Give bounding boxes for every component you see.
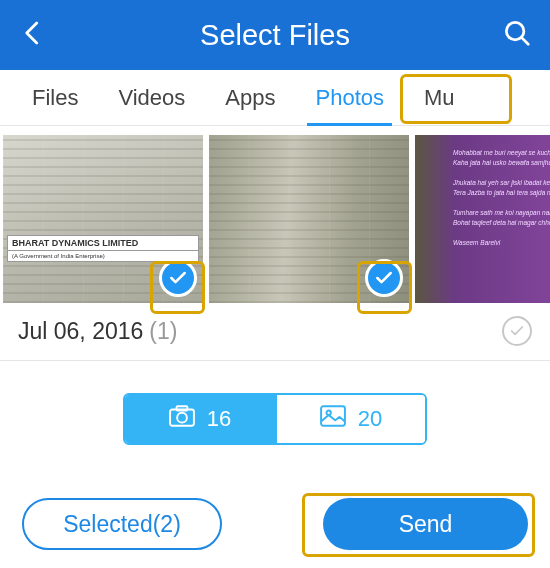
camera-count: 16	[207, 406, 231, 432]
photo-thumbnail[interactable]: Mohabbat me buri neeyat se kuch socha na…	[415, 135, 550, 303]
gallery-count: 20	[358, 406, 382, 432]
select-all-check-icon[interactable]	[502, 316, 532, 346]
tab-bar: Files Videos Apps Photos Mu	[0, 70, 550, 126]
svg-rect-5	[321, 406, 345, 426]
tab-photos[interactable]: Photos	[295, 70, 404, 126]
thumb-text-overlay: BHARAT DYNAMICS LIMITED	[7, 235, 199, 251]
date-section-header[interactable]: Jul 06, 2016 (1)	[0, 306, 550, 361]
counter-bar: 16 20	[0, 393, 550, 445]
tab-apps[interactable]: Apps	[205, 70, 295, 126]
svg-line-1	[521, 37, 528, 44]
photo-thumbnail[interactable]	[209, 135, 409, 303]
date-count: (1)	[149, 318, 177, 345]
tab-music-partial[interactable]: Mu	[404, 70, 455, 126]
send-button[interactable]: Send	[323, 498, 528, 550]
back-arrow-icon[interactable]	[18, 18, 48, 52]
header-title: Select Files	[200, 19, 350, 52]
header: Select Files	[0, 0, 550, 70]
date-label: Jul 06, 2016	[18, 318, 143, 345]
tab-files[interactable]: Files	[12, 70, 98, 126]
bottom-row: Selected(2) Send	[0, 498, 550, 550]
gallery-count-segment[interactable]: 20	[275, 395, 425, 443]
photo-thumbnail[interactable]: BHARAT DYNAMICS LIMITED (A Government of…	[3, 135, 203, 303]
selected-button[interactable]: Selected(2)	[22, 498, 222, 550]
svg-rect-4	[176, 406, 187, 410]
camera-icon	[169, 405, 195, 433]
photo-grid: BHARAT DYNAMICS LIMITED (A Government of…	[0, 132, 550, 306]
gallery-icon	[320, 405, 346, 433]
camera-count-segment[interactable]: 16	[125, 395, 275, 443]
selected-check-icon[interactable]	[159, 259, 197, 297]
tab-videos[interactable]: Videos	[98, 70, 205, 126]
svg-point-3	[177, 413, 187, 423]
selected-check-icon[interactable]	[365, 259, 403, 297]
search-icon[interactable]	[502, 18, 532, 52]
